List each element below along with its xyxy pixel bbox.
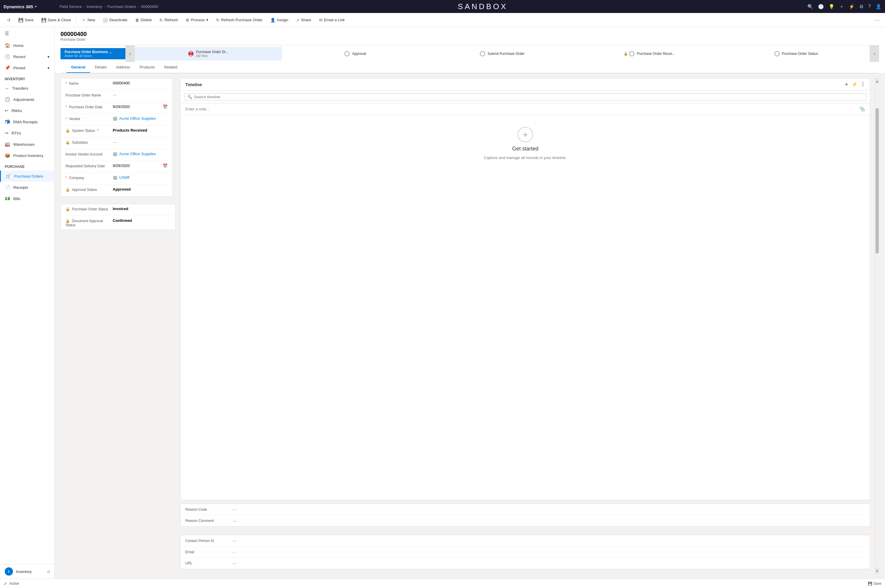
approval-status-lock-icon: 🔒 bbox=[66, 188, 70, 192]
field-po-status-value[interactable]: Invoiced bbox=[113, 207, 171, 211]
stage-circle-0 bbox=[188, 51, 194, 56]
process-stage-0[interactable]: Purchase Order Dr... (32 Hrs) bbox=[135, 47, 282, 60]
tab-general[interactable]: General bbox=[66, 62, 90, 73]
process-stage-4[interactable]: Purchase Order Status bbox=[723, 48, 870, 59]
sidebar-item-warehouses[interactable]: 🏭 Warehouses bbox=[0, 139, 54, 150]
sidebar-item-receipts[interactable]: 📄 Receipts bbox=[0, 182, 54, 193]
timeline-empty-state: ＋ Get started Capture and manage all rec… bbox=[181, 115, 870, 172]
tab-address[interactable]: Address bbox=[111, 62, 135, 73]
sidebar-item-purchase-orders[interactable]: 🛒 Purchase Orders bbox=[0, 171, 54, 182]
user-icon[interactable]: 👤 bbox=[876, 4, 882, 9]
delete-button[interactable]: 🗑 Delete bbox=[132, 16, 156, 24]
calendar-icon[interactable]: 📅 bbox=[163, 105, 168, 109]
new-button[interactable]: ＋ New bbox=[78, 16, 99, 24]
sidebar-footer[interactable]: I Inventory ◁ bbox=[0, 564, 54, 579]
brand[interactable]: Dynamics 365 ▾ bbox=[3, 4, 57, 9]
scroll-up-button[interactable]: ▲ bbox=[875, 78, 879, 84]
scroll-thumb[interactable] bbox=[876, 108, 879, 254]
timeline-filter-icon[interactable]: ⚡ bbox=[852, 81, 858, 88]
recent-icon[interactable]: 🕐 bbox=[818, 4, 824, 9]
deactivate-button[interactable]: ⬜ Deactivate bbox=[99, 16, 131, 24]
field-name-value[interactable]: 00000400 bbox=[113, 81, 168, 85]
statusbar-save-button[interactable]: 💾 Save bbox=[868, 582, 882, 586]
email-value[interactable]: --- bbox=[232, 550, 236, 554]
attachment-icon[interactable]: 📎 bbox=[860, 106, 865, 112]
field-system-status-value[interactable]: Products Received bbox=[113, 128, 168, 132]
scroll-down-button[interactable]: ▼ bbox=[875, 568, 879, 574]
field-vendor: * Vendor 🏢 Acme Office Supplies bbox=[61, 114, 172, 126]
tab-details[interactable]: Details bbox=[90, 62, 111, 73]
reason-comment-value[interactable]: --- bbox=[232, 519, 236, 523]
filter-icon[interactable]: ⚡ bbox=[849, 4, 855, 9]
process-button[interactable]: ⚙ Process ▾ bbox=[182, 16, 212, 24]
process-stage-2[interactable]: Submit Purchase Order bbox=[429, 48, 576, 59]
sidebar-item-home[interactable]: 🏠 Home bbox=[0, 40, 54, 51]
sidebar-item-rma-receipts[interactable]: 📬 RMA Receipts bbox=[0, 116, 54, 128]
field-approval-status-value[interactable]: Approved bbox=[113, 187, 168, 192]
timeline-empty-plus-icon[interactable]: ＋ bbox=[518, 127, 533, 142]
field-requested-date-value[interactable]: 9/29/2020 bbox=[113, 164, 163, 168]
breadcrumb-record[interactable]: 00000400 bbox=[141, 4, 158, 9]
url-value[interactable]: --- bbox=[232, 561, 236, 566]
sidebar-item-recent[interactable]: 🕐 Recent ▾ bbox=[0, 51, 54, 62]
sidebar-item-product-inventory[interactable]: 📦 Product Inventory bbox=[0, 150, 54, 161]
save-close-button[interactable]: 💾 Save & Close bbox=[38, 16, 75, 24]
contact-person-value[interactable]: --- bbox=[232, 538, 236, 543]
field-url: URL --- bbox=[181, 558, 870, 569]
sidebar-item-rmas[interactable]: ↩ RMAs bbox=[0, 105, 54, 116]
timeline-search-input[interactable] bbox=[194, 95, 863, 99]
record-title: 00000400 bbox=[60, 31, 879, 38]
cmd-sep-1 bbox=[76, 16, 76, 24]
active-process-indicator[interactable]: Purchase Order Business ... Active for 3… bbox=[60, 48, 125, 59]
timeline-more-icon[interactable]: ⋮ bbox=[861, 81, 865, 88]
share-button[interactable]: ↗ Share bbox=[292, 16, 315, 24]
process-stage-3[interactable]: 🔒 Purchase Order Recei... bbox=[576, 48, 723, 59]
field-vendor-value[interactable]: 🏢 Acme Office Supplies bbox=[113, 116, 168, 121]
save-button[interactable]: 💾 Save bbox=[15, 16, 37, 24]
brand-chevron[interactable]: ▾ bbox=[35, 5, 37, 9]
refresh-button[interactable]: ↻ Refresh bbox=[156, 16, 182, 24]
timeline-header: Timeline ＋ ⚡ ⋮ bbox=[181, 78, 870, 91]
add-icon[interactable]: ＋ bbox=[839, 3, 844, 10]
undo-button[interactable]: ↺ bbox=[3, 16, 14, 24]
doc-approval-lock-icon: 🔒 bbox=[66, 219, 70, 223]
search-icon[interactable]: 🔍 bbox=[807, 4, 813, 9]
field-invoice-vendor-value[interactable]: 🏢 Acme Office Supplies bbox=[113, 152, 168, 156]
timeline-note-input[interactable] bbox=[185, 107, 856, 111]
sidebar-item-bills[interactable]: 💵 Bills bbox=[0, 193, 54, 204]
sidebar-item-transfers[interactable]: ↔ Transfers bbox=[0, 83, 54, 94]
requested-date-calendar-icon[interactable]: 📅 bbox=[163, 164, 168, 168]
field-po-date-value[interactable]: 9/29/2020 bbox=[113, 105, 163, 109]
tab-products[interactable]: Products bbox=[135, 62, 159, 73]
field-po-name-value[interactable]: --- bbox=[113, 93, 168, 97]
bulb-icon[interactable]: 💡 bbox=[829, 4, 834, 9]
breadcrumb-section[interactable]: Inventory bbox=[87, 4, 102, 9]
sidebar-item-adjustments[interactable]: 📋 Adjustments bbox=[0, 94, 54, 105]
timeline-add-icon[interactable]: ＋ bbox=[844, 81, 849, 88]
settings-icon[interactable]: ⚙ bbox=[860, 4, 864, 9]
process-stage-1[interactable]: Approval bbox=[282, 48, 429, 59]
hamburger-menu[interactable]: ☰ bbox=[0, 27, 54, 40]
help-icon[interactable]: ? bbox=[868, 4, 871, 9]
field-company-value[interactable]: 🏢 USMF bbox=[113, 175, 168, 180]
timeline-search-box[interactable]: 🔍 bbox=[184, 93, 866, 100]
sidebar-item-rtvs[interactable]: ↪ RTVs bbox=[0, 128, 54, 139]
more-options-icon[interactable]: ⋯ bbox=[873, 15, 882, 25]
breadcrumb-module[interactable]: Field Service bbox=[60, 4, 82, 9]
assign-button[interactable]: 👤 Assign bbox=[267, 16, 292, 24]
topbar-icons: 🔍 🕐 💡 ＋ ⚡ ⚙ ? 👤 bbox=[807, 3, 882, 10]
tab-related[interactable]: Related bbox=[159, 62, 182, 73]
process-next-button[interactable]: › bbox=[870, 45, 879, 62]
reason-code-value[interactable]: --- bbox=[232, 507, 236, 512]
field-doc-approval-value[interactable]: Confirmed bbox=[113, 218, 171, 223]
timeline-panel: Timeline ＋ ⚡ ⋮ 🔍 bbox=[180, 78, 870, 500]
expand-icon[interactable]: ⤢ bbox=[3, 581, 7, 586]
breadcrumb: Field Service › Inventory › Purchase Ord… bbox=[60, 4, 158, 9]
breadcrumb-list[interactable]: Purchase Orders bbox=[107, 4, 136, 9]
process-prev-button[interactable]: ‹ bbox=[125, 45, 135, 62]
email-link-button[interactable]: ✉ Email a Link bbox=[315, 16, 348, 24]
form-body: * Name 00000400 Purchase Order Name --- bbox=[55, 74, 885, 579]
refresh-po-button[interactable]: ↻ Refresh Purchase Order bbox=[213, 16, 266, 24]
field-substatus-value[interactable]: --- bbox=[113, 140, 168, 144]
sidebar-item-pinned[interactable]: 📌 Pinned ▾ bbox=[0, 62, 54, 74]
